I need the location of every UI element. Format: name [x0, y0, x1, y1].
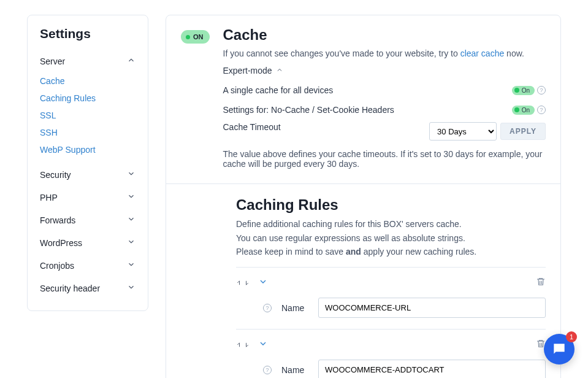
- nav-header-forwards[interactable]: Forwards: [40, 209, 136, 231]
- nav-header-label: PHP: [40, 193, 58, 202]
- nav-header-security-header[interactable]: Security header: [40, 277, 136, 299]
- expert-mode-label: Expert-mode: [223, 66, 272, 75]
- chat-widget-button[interactable]: 1: [544, 334, 575, 364]
- rules-desc: Define additional caching rules for this…: [236, 217, 546, 258]
- nav-header-label: WordPress: [40, 238, 82, 248]
- chat-badge: 1: [566, 331, 577, 342]
- nav-header-php[interactable]: PHP: [40, 186, 136, 209]
- expand-rule-button[interactable]: [258, 277, 268, 288]
- cache-desc: If you cannot see changes you've made to…: [223, 47, 546, 60]
- apply-button[interactable]: APPLY: [500, 123, 546, 140]
- nocache-toggle[interactable]: On: [512, 106, 535, 115]
- rules-title: Caching Rules: [236, 196, 546, 214]
- clear-cache-link[interactable]: clear cache: [460, 48, 505, 58]
- expert-mode-toggle[interactable]: Expert-mode: [223, 66, 283, 75]
- sidebar-item-webp[interactable]: WebP Support: [40, 141, 136, 158]
- status-text: ON: [193, 33, 204, 40]
- toggle-knob-icon: [514, 107, 519, 112]
- chevron-down-icon: [127, 169, 136, 180]
- nav-header-label: Security header: [40, 284, 100, 293]
- settings-sidebar: Settings Server Cache Caching Rules SSL …: [27, 15, 148, 311]
- rule-name-label: Name: [281, 303, 308, 313]
- chevron-down-icon: [127, 260, 136, 271]
- nav-header-label: Security: [40, 170, 71, 180]
- main-panel: ON Cache If you cannot see changes you'v…: [166, 15, 561, 378]
- nav-section-server: Server Cache Caching Rules SSL SSH WebP …: [40, 50, 136, 158]
- sidebar-title: Settings: [40, 26, 136, 41]
- help-icon[interactable]: ?: [263, 366, 272, 374]
- expand-rule-button[interactable]: [258, 339, 268, 350]
- chat-icon: [551, 341, 567, 357]
- help-icon[interactable]: ?: [537, 86, 546, 94]
- single-cache-label: A single cache for all devices: [223, 85, 334, 95]
- nav-header-label: Server: [40, 56, 65, 66]
- help-icon[interactable]: ?: [263, 304, 272, 312]
- sidebar-item-ssh[interactable]: SSH: [40, 124, 136, 141]
- chevron-down-icon: [127, 215, 136, 225]
- chevron-down-icon: [127, 237, 136, 248]
- nav-header-wordpress[interactable]: WordPress: [40, 231, 136, 254]
- toggle-knob-icon: [514, 88, 519, 93]
- sidebar-item-caching-rules[interactable]: Caching Rules: [40, 90, 136, 107]
- timeout-desc: The value above defines your cache timeo…: [223, 149, 546, 169]
- sidebar-item-cache[interactable]: Cache: [40, 72, 136, 90]
- sort-handle[interactable]: [236, 279, 250, 287]
- rule-name-label: Name: [281, 365, 308, 375]
- cache-timeout-select[interactable]: 30 Days: [429, 122, 497, 141]
- sort-handle[interactable]: [236, 341, 250, 349]
- chevron-up-icon: [276, 66, 283, 75]
- sidebar-item-ssl[interactable]: SSL: [40, 107, 136, 124]
- chevron-down-icon: [127, 283, 136, 293]
- chevron-up-icon: [127, 56, 136, 66]
- rule-block: ? Name: [236, 267, 546, 318]
- divider: [166, 183, 560, 184]
- nav-header-security[interactable]: Security: [40, 163, 136, 186]
- single-cache-toggle[interactable]: On: [512, 86, 535, 95]
- nav-header-server[interactable]: Server: [40, 50, 136, 72]
- cache-timeout-label: Cache Timeout: [223, 122, 281, 132]
- nocache-label: Settings for: No-Cache / Set-Cookie Head…: [223, 105, 394, 115]
- chevron-down-icon: [127, 192, 136, 202]
- rule-name-input[interactable]: [318, 360, 546, 378]
- cache-status-pill: ON: [181, 30, 210, 44]
- cache-title: Cache: [223, 26, 546, 44]
- delete-rule-button[interactable]: [536, 276, 546, 289]
- nav-header-label: Cronjobs: [40, 261, 74, 271]
- rule-block: ? Name: [236, 329, 546, 378]
- nav-header-cronjobs[interactable]: Cronjobs: [40, 254, 136, 277]
- nav-header-label: Forwards: [40, 215, 75, 225]
- status-dot-icon: [186, 35, 190, 39]
- help-icon[interactable]: ?: [537, 106, 546, 114]
- rule-name-input[interactable]: [318, 298, 546, 318]
